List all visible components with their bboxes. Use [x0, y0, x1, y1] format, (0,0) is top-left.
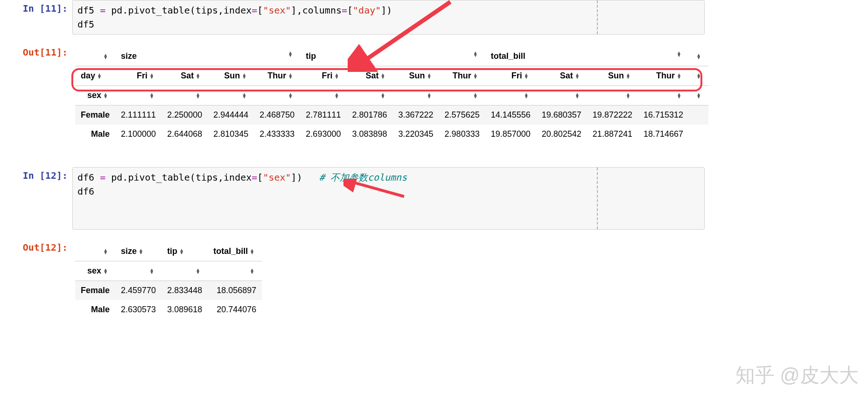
col-size[interactable]: size: [115, 47, 300, 66]
table-row: Female 2.111111 2.250000 2.944444 2.4687…: [75, 105, 708, 125]
row-label: Female: [75, 281, 115, 301]
sort-icon: [149, 73, 154, 79]
sort-icon: [242, 73, 246, 79]
output-11: size tip total_bill day Fri Sat Sun Thur…: [72, 44, 868, 144]
output-12: size tip total_bill sex Female 2.459770 …: [72, 239, 868, 319]
sort-icon: [103, 268, 108, 274]
col-day[interactable]: Sun: [587, 66, 638, 86]
ruler-line: [597, 0, 598, 34]
sort-icon: [196, 73, 200, 79]
sort-blank[interactable]: [75, 47, 115, 66]
col-day[interactable]: Sat: [536, 66, 587, 86]
sort-icon: [524, 73, 529, 79]
col-day[interactable]: Sat: [346, 66, 392, 86]
sort-icon: [250, 268, 254, 274]
sort-icon: [288, 73, 293, 79]
sort-icon: [677, 93, 681, 98]
sort-icon: [381, 93, 385, 98]
sex-label[interactable]: sex: [75, 261, 115, 281]
dataframe-11: size tip total_bill day Fri Sat Sun Thur…: [75, 47, 708, 144]
sort-icon: [242, 93, 246, 98]
sort-icon: [288, 51, 293, 57]
sex-label[interactable]: sex: [75, 86, 115, 105]
cell-1-output: Out[11]: size tip total_bill day Fri Sat…: [0, 44, 868, 144]
table-row: Male 2.100000 2.644068 2.810345 2.433333…: [75, 125, 708, 144]
sort-icon: [250, 249, 254, 254]
col-day[interactable]: Thur: [439, 66, 485, 86]
sort-icon: [427, 73, 432, 79]
table-row: Male 2.630573 3.089618 20.744076: [75, 300, 262, 319]
dataframe-12: size tip total_bill sex Female 2.459770 …: [75, 242, 262, 319]
sort-icon: [473, 93, 478, 98]
sort-icon: [139, 249, 143, 254]
sort-icon: [149, 93, 154, 98]
col-tip[interactable]: tip: [300, 47, 485, 66]
sort-icon: [626, 73, 630, 79]
in-prompt-12: In [12]:: [0, 167, 72, 181]
sort-icon: [103, 93, 108, 98]
header-row-days: day Fri Sat Sun Thur Fri Sat Sun Thur Fr…: [75, 66, 708, 86]
sort-icon: [696, 93, 701, 98]
col-size[interactable]: size: [115, 242, 161, 261]
cell-2-input: In [12]: df6 = pd.pivot_table(tips,index…: [0, 167, 868, 230]
sort-icon: [103, 249, 108, 254]
sort-icon: [97, 73, 102, 79]
sort-icon: [179, 249, 184, 254]
cell-1-input: In [11]: df5 = pd.pivot_table(tips,index…: [0, 0, 868, 35]
header-row-sex: sex: [75, 86, 708, 105]
col-day[interactable]: Sun: [208, 66, 254, 86]
code-input-11[interactable]: df5 = pd.pivot_table(tips,index=["sex"],…: [72, 0, 705, 35]
sort-icon: [575, 93, 580, 98]
svg-line-1: [350, 182, 404, 196]
sort-icon: [149, 268, 154, 274]
out-prompt-12: Out[12]:: [0, 239, 72, 253]
day-label[interactable]: day: [75, 66, 115, 86]
col-day[interactable]: Thur: [254, 66, 300, 86]
col-tip[interactable]: tip: [161, 242, 208, 261]
sort-icon: [696, 73, 701, 79]
sort-icon: [473, 73, 478, 79]
sort-tail[interactable]: [689, 66, 708, 86]
col-day[interactable]: Fri: [485, 66, 536, 86]
sort-icon: [334, 93, 339, 98]
sort-icon: [427, 93, 432, 98]
header-row-sex: sex: [75, 261, 262, 281]
sort-icon: [626, 93, 630, 98]
col-day[interactable]: Fri: [115, 66, 161, 86]
table-row: Female 2.459770 2.833448 18.056897: [75, 281, 262, 301]
col-day[interactable]: Sun: [393, 66, 439, 86]
sort-tail[interactable]: [689, 47, 708, 66]
cell-2-output: Out[12]: size tip total_bill sex: [0, 239, 868, 319]
col-day[interactable]: Fri: [300, 66, 346, 86]
sort-icon: [524, 93, 529, 98]
sort-icon: [196, 93, 200, 98]
header-row-cols: size tip total_bill: [75, 242, 262, 261]
row-label: Male: [75, 300, 115, 319]
col-day[interactable]: Sat: [161, 66, 208, 86]
sort-icon: [677, 73, 681, 79]
sort-icon: [334, 73, 339, 79]
ruler-line: [597, 168, 598, 229]
sort-icon: [381, 73, 385, 79]
sort-icon: [575, 73, 580, 79]
sort-icon: [677, 51, 681, 57]
row-label: Female: [75, 105, 115, 125]
in-prompt-11: In [11]:: [0, 0, 72, 14]
col-total-bill[interactable]: total_bill: [485, 47, 689, 66]
out-prompt-11: Out[11]:: [0, 44, 72, 58]
sort-icon: [103, 54, 108, 59]
col-total-bill[interactable]: total_bill: [208, 242, 262, 261]
col-day[interactable]: Thur: [638, 66, 689, 86]
sort-icon: [196, 268, 200, 274]
row-label: Male: [75, 125, 115, 144]
sort-icon: [696, 54, 701, 59]
sort-icon: [288, 93, 293, 98]
header-row-groups: size tip total_bill: [75, 47, 708, 66]
code-input-12[interactable]: df6 = pd.pivot_table(tips,index=["sex"])…: [72, 167, 705, 230]
sort-icon: [473, 51, 478, 57]
